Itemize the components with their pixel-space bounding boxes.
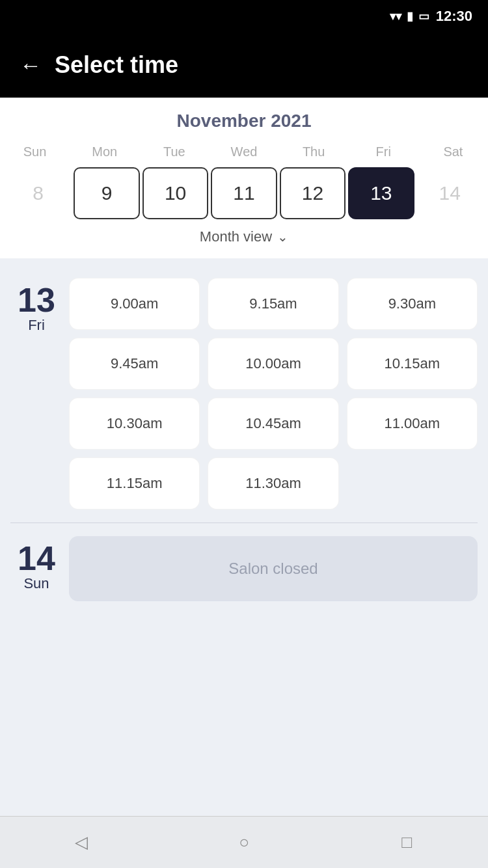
day-cell-12[interactable]: 12 <box>280 167 346 219</box>
day-header-mon: Mon <box>70 142 139 162</box>
time-section: 13 Fri 9.00am 9.15am 9.30am 9.45am 10.00… <box>0 258 488 816</box>
back-nav-button[interactable]: ◁ <box>62 823 101 862</box>
status-bar: ▾▾ ▮ ▭ 12:30 <box>0 0 488 33</box>
recent-nav-button[interactable]: □ <box>387 823 426 862</box>
time-slot-1030am[interactable]: 10.30am <box>69 398 200 450</box>
day-header-thu: Thu <box>279 142 349 162</box>
day-cell-8[interactable]: 8 <box>5 167 71 219</box>
status-time: 12:30 <box>436 8 472 25</box>
signal-icon: ▮ <box>407 9 413 23</box>
time-slot-1000am[interactable]: 10.00am <box>208 338 338 390</box>
slots-grid-13: 9.00am 9.15am 9.30am 9.45am 10.00am 10.1… <box>62 278 478 509</box>
day-cells: 8 9 10 11 12 13 14 <box>0 167 488 219</box>
wifi-icon: ▾▾ <box>390 9 401 23</box>
day-number-13: 13 <box>18 283 55 317</box>
time-slot-900am[interactable]: 9.00am <box>69 278 200 330</box>
time-slot-1130am[interactable]: 11.30am <box>208 457 338 509</box>
time-slot-1045am[interactable]: 10.45am <box>208 398 338 450</box>
day-name-14: Sun <box>23 575 49 592</box>
status-icons: ▾▾ ▮ ▭ <box>390 9 429 23</box>
day-cell-10[interactable]: 10 <box>142 167 208 219</box>
bottom-nav: ◁ ○ □ <box>0 816 488 868</box>
time-slot-1015am[interactable]: 10.15am <box>347 338 478 390</box>
home-nav-button[interactable]: ○ <box>224 823 264 862</box>
month-view-label: Month view <box>200 228 272 245</box>
day-cell-9[interactable]: 9 <box>74 167 139 219</box>
day-header-tue: Tue <box>139 142 209 162</box>
back-nav-icon: ◁ <box>75 832 88 852</box>
day-cell-13[interactable]: 13 <box>348 167 414 219</box>
header: ← Select time <box>0 33 488 98</box>
time-slot-1115am[interactable]: 11.15am <box>69 457 200 509</box>
page-title: Select time <box>55 51 178 79</box>
home-nav-icon: ○ <box>239 832 249 852</box>
recent-nav-icon: □ <box>401 832 412 852</box>
time-slot-930am[interactable]: 9.30am <box>347 278 478 330</box>
day-name-13: Fri <box>28 317 45 334</box>
closed-block-14: 14 Sun Salon closed <box>0 523 488 614</box>
day-header-sat: Sat <box>418 142 488 162</box>
back-button[interactable]: ← <box>20 53 42 78</box>
time-slot-915am[interactable]: 9.15am <box>208 278 338 330</box>
chevron-down-icon: ⌄ <box>277 229 288 245</box>
time-slot-945am[interactable]: 9.45am <box>69 338 200 390</box>
day-cell-14[interactable]: 14 <box>417 167 483 219</box>
day-header-fri: Fri <box>349 142 418 162</box>
calendar-section: November 2021 Sun Mon Tue Wed Thu Fri Sa… <box>0 98 488 258</box>
day-label-14: 14 Sun <box>10 536 62 592</box>
day-cell-11[interactable]: 11 <box>211 167 277 219</box>
month-view-toggle[interactable]: Month view ⌄ <box>0 219 488 252</box>
battery-icon: ▭ <box>418 9 429 23</box>
day-number-14: 14 <box>18 541 55 575</box>
salon-closed-message: Salon closed <box>69 536 478 601</box>
day-block-13: 13 Fri 9.00am 9.15am 9.30am 9.45am 10.00… <box>0 271 488 522</box>
day-headers: Sun Mon Tue Wed Thu Fri Sat <box>0 142 488 162</box>
day-label-13: 13 Fri <box>10 278 62 334</box>
day-header-sun: Sun <box>0 142 70 162</box>
time-slot-1100am[interactable]: 11.00am <box>347 398 478 450</box>
day-header-wed: Wed <box>209 142 278 162</box>
month-label: November 2021 <box>0 111 488 131</box>
